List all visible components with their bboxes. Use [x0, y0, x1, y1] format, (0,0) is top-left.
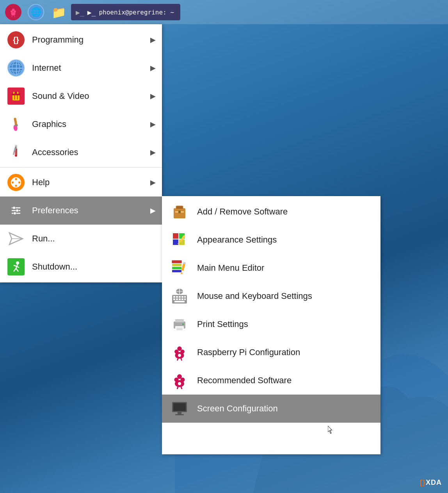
- svg-rect-27: [12, 182, 14, 184]
- accessories-label: Accessories: [32, 147, 144, 157]
- submenu-item-add-remove[interactable]: Add / Remove Software: [162, 198, 380, 226]
- raspberry-pi-icon: [5, 4, 21, 20]
- shutdown-icon-wrap: [6, 257, 26, 277]
- help-label: Help: [32, 177, 144, 188]
- svg-point-32: [13, 207, 16, 209]
- svg-rect-97: [173, 403, 186, 411]
- svg-point-3: [11, 12, 15, 15]
- preferences-label: Preferences: [32, 205, 144, 216]
- add-remove-label: Add / Remove Software: [197, 207, 288, 217]
- svg-rect-71: [184, 298, 186, 300]
- rpi-config-label: Raspberry Pi Configuration: [197, 347, 300, 357]
- rpi-config-icon-wrap: [170, 343, 189, 362]
- accessories-icon-wrap: [6, 143, 26, 162]
- svg-line-40: [16, 268, 18, 272]
- svg-rect-13: [17, 92, 18, 94]
- menu-container: {} Programming ▶ Internet: [0, 24, 380, 282]
- graphics-label: Graphics: [32, 119, 144, 129]
- menu-editor-label: Main Menu Editor: [197, 263, 264, 273]
- main-menu: {} Programming ▶ Internet: [0, 24, 162, 282]
- svg-rect-72: [174, 301, 185, 302]
- sound-video-label: Sound & Video: [32, 91, 144, 101]
- submenu-item-screen-config[interactable]: Screen Configuration: [162, 395, 380, 423]
- svg-line-39: [14, 268, 16, 272]
- appearance-icon-wrap: [170, 230, 189, 250]
- internet-arrow: ▶: [150, 64, 156, 72]
- preferences-icon: [7, 202, 25, 219]
- svg-rect-81: [182, 323, 184, 325]
- accessories-arrow: ▶: [150, 148, 156, 157]
- run-label: Run...: [32, 234, 156, 244]
- folder-icon: 📁: [52, 5, 66, 19]
- browser-button[interactable]: 🌐: [26, 2, 46, 22]
- svg-rect-44: [176, 206, 183, 209]
- svg-rect-62: [173, 296, 175, 298]
- svg-rect-11: [13, 92, 14, 94]
- svg-line-86: [177, 358, 178, 361]
- programming-icon: {}: [7, 31, 25, 48]
- submenu-item-print-settings[interactable]: Print Settings: [162, 310, 380, 338]
- menu-item-sound-video[interactable]: Sound & Video ▶: [0, 82, 162, 110]
- menu-item-run[interactable]: Run...: [0, 225, 162, 253]
- svg-rect-46: [178, 211, 181, 213]
- svg-rect-47: [173, 233, 178, 239]
- svg-rect-77: [175, 319, 184, 322]
- terminal-title: phoenix@peregrine: ~: [99, 9, 174, 16]
- submenu-item-menu-editor[interactable]: Main Menu Editor: [162, 254, 380, 282]
- svg-rect-64: [179, 296, 181, 298]
- svg-line-41: [14, 265, 17, 266]
- raspberry-pi-menu-button[interactable]: [3, 2, 23, 22]
- run-icon: [7, 230, 25, 247]
- svg-rect-26: [15, 185, 17, 187]
- svg-rect-70: [181, 298, 183, 300]
- svg-rect-67: [173, 298, 175, 300]
- svg-line-93: [177, 387, 178, 389]
- svg-line-4: [12, 15, 12, 17]
- internet-icon: [7, 59, 25, 77]
- svg-rect-68: [176, 298, 178, 300]
- mouse-cursor: [328, 426, 332, 434]
- internet-icon-wrap: [6, 58, 26, 78]
- svg-point-34: [14, 212, 16, 215]
- filemanager-button[interactable]: 📁: [48, 2, 69, 22]
- submenu-item-mouse-keyboard[interactable]: Mouse and Keyboard Settings: [162, 282, 380, 310]
- screen-config-label: Screen Configuration: [197, 404, 278, 414]
- svg-rect-99: [175, 414, 184, 415]
- recommended-icon-wrap: [170, 371, 189, 390]
- xda-bracket-left: [}: [420, 479, 426, 486]
- shutdown-label: Shutdown...: [32, 262, 156, 272]
- svg-marker-100: [328, 426, 332, 434]
- svg-rect-15: [17, 95, 18, 100]
- svg-point-95: [178, 382, 181, 385]
- svg-line-87: [181, 358, 182, 361]
- menu-item-accessories[interactable]: Accessories ▶: [0, 138, 162, 166]
- svg-point-37: [16, 261, 19, 264]
- shutdown-icon: [7, 258, 25, 275]
- svg-rect-63: [176, 296, 178, 298]
- svg-point-88: [178, 354, 181, 357]
- menu-item-help[interactable]: Help ▶: [0, 168, 162, 196]
- menu-item-preferences[interactable]: Preferences ▶: [0, 196, 162, 225]
- menu-item-programming[interactable]: {} Programming ▶: [0, 26, 162, 54]
- help-icon-wrap: [6, 173, 26, 192]
- xda-text: XDA: [426, 479, 442, 486]
- submenu-item-appearance[interactable]: Appearance Settings: [162, 226, 380, 254]
- globe-icon: 🌐: [28, 4, 44, 20]
- print-settings-label: Print Settings: [197, 319, 248, 329]
- run-icon-wrap: [6, 229, 26, 248]
- add-remove-icon-wrap: [170, 202, 189, 221]
- menu-item-graphics[interactable]: Graphics ▶: [0, 110, 162, 138]
- terminal-button[interactable]: ▶_ ▶_ phoenix@peregrine: ~: [71, 4, 180, 20]
- svg-line-5: [14, 15, 15, 17]
- svg-rect-56: [172, 267, 181, 269]
- sound-video-icon-wrap: [6, 86, 26, 106]
- menu-item-shutdown[interactable]: Shutdown...: [0, 253, 162, 281]
- help-icon: [7, 174, 25, 191]
- submenu-item-rpi-config[interactable]: Raspberry Pi Configuration: [162, 338, 380, 366]
- menu-item-internet[interactable]: Internet ▶: [0, 54, 162, 82]
- programming-arrow: ▶: [150, 36, 156, 44]
- menu-divider-1: [0, 167, 162, 168]
- submenu-item-recommended[interactable]: Recommended Software: [162, 366, 380, 395]
- svg-rect-12: [15, 91, 16, 94]
- sound-video-arrow: ▶: [150, 92, 156, 100]
